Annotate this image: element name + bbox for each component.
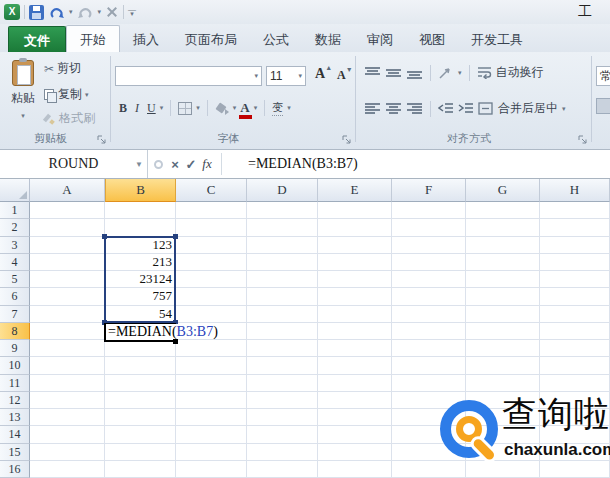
column-header-D[interactable]: D <box>247 179 318 202</box>
row-header-12[interactable]: 12 <box>0 392 30 409</box>
italic-button[interactable]: I <box>131 101 143 116</box>
cell-F11[interactable] <box>392 375 466 392</box>
cell-E11[interactable] <box>318 375 392 392</box>
cancel-button[interactable]: × <box>167 157 183 172</box>
name-box[interactable]: ROUND ▼ <box>0 150 148 178</box>
cell-A12[interactable] <box>30 392 105 409</box>
cell-G3[interactable] <box>466 237 540 254</box>
cell-D1[interactable] <box>247 202 318 219</box>
cell-E12[interactable] <box>318 392 392 409</box>
cell-B12[interactable] <box>105 392 176 409</box>
cell-C3[interactable] <box>176 237 247 254</box>
cell-D5[interactable] <box>247 271 318 288</box>
tools-icon[interactable] <box>105 5 119 19</box>
copy-button[interactable]: 复制 ▾ <box>44 86 89 103</box>
cell-F6[interactable] <box>392 288 466 305</box>
row-header-3[interactable]: 3 <box>0 237 30 254</box>
cell-A13[interactable] <box>30 409 105 426</box>
cell-A15[interactable] <box>30 444 105 461</box>
cell-B14[interactable] <box>105 426 176 443</box>
cell-B5[interactable]: 23124 <box>105 271 176 288</box>
decrease-indent-icon[interactable] <box>438 102 454 116</box>
grow-font-button[interactable]: A▲ <box>315 66 325 82</box>
cell-D12[interactable] <box>247 392 318 409</box>
cell-G9[interactable] <box>466 340 540 357</box>
row-header-16[interactable]: 16 <box>0 461 30 478</box>
cell-B13[interactable] <box>105 409 176 426</box>
cut-button[interactable]: ✂ 剪切 <box>44 60 81 77</box>
edit-cell-b8[interactable]: =MEDIAN(B3:B7) <box>104 323 176 342</box>
excel-app-icon[interactable]: X <box>4 4 20 20</box>
cell-G4[interactable] <box>466 254 540 271</box>
fill-color-button[interactable] <box>215 102 229 115</box>
orientation-dropdown-icon[interactable]: ▾ <box>458 69 462 77</box>
column-header-F[interactable]: F <box>392 179 466 202</box>
cell-B9[interactable] <box>105 340 176 357</box>
cell-D2[interactable] <box>247 219 318 236</box>
row-header-1[interactable]: 1 <box>0 202 30 219</box>
redo-button[interactable] <box>77 5 94 20</box>
cell-G11[interactable] <box>466 375 540 392</box>
cell-A9[interactable] <box>30 340 105 357</box>
align-center-icon[interactable] <box>385 102 402 116</box>
accounting-format-icon[interactable] <box>596 98 610 114</box>
borders-button[interactable] <box>178 102 192 115</box>
increase-indent-icon[interactable] <box>458 102 474 116</box>
cell-A16[interactable] <box>30 461 105 478</box>
cell-B11[interactable] <box>105 375 176 392</box>
fill-color-dropdown-icon[interactable]: ▾ <box>233 104 237 112</box>
cell-F1[interactable] <box>392 202 466 219</box>
cell-H5[interactable] <box>540 271 610 288</box>
tab-view[interactable]: 视图 <box>406 26 458 52</box>
cell-C7[interactable] <box>176 306 247 323</box>
cell-B2[interactable] <box>105 219 176 236</box>
row-header-13[interactable]: 13 <box>0 409 30 426</box>
underline-button[interactable]: U <box>147 101 156 116</box>
cell-D4[interactable] <box>247 254 318 271</box>
bold-button[interactable]: B <box>119 101 127 116</box>
row-header-11[interactable]: 11 <box>0 375 30 392</box>
alignment-dialog-launcher-icon[interactable] <box>578 135 588 145</box>
cell-B3[interactable]: 123 <box>105 237 176 254</box>
cell-C2[interactable] <box>176 219 247 236</box>
cell-D11[interactable] <box>247 375 318 392</box>
cell-A14[interactable] <box>30 426 105 443</box>
cell-E6[interactable] <box>318 288 392 305</box>
cell-E2[interactable] <box>318 219 392 236</box>
shrink-font-button[interactable]: A▼ <box>337 68 346 83</box>
cell-C16[interactable] <box>176 461 247 478</box>
row-header-2[interactable]: 2 <box>0 219 30 236</box>
cell-A5[interactable] <box>30 271 105 288</box>
cell-C4[interactable] <box>176 254 247 271</box>
cell-C13[interactable] <box>176 409 247 426</box>
cell-D15[interactable] <box>247 444 318 461</box>
format-painter-button[interactable]: 格式刷 <box>44 110 95 127</box>
cell-B4[interactable]: 213 <box>105 254 176 271</box>
cell-G10[interactable] <box>466 357 540 374</box>
cell-E14[interactable] <box>318 426 392 443</box>
cell-G2[interactable] <box>466 219 540 236</box>
cell-E5[interactable] <box>318 271 392 288</box>
row-header-8[interactable]: 8 <box>0 323 30 340</box>
cell-H10[interactable] <box>540 357 610 374</box>
cell-A1[interactable] <box>30 202 105 219</box>
wrap-text-button[interactable]: 自动换行 <box>496 64 544 81</box>
cell-E9[interactable] <box>318 340 392 357</box>
font-name-dropdown-icon[interactable]: ▾ <box>254 72 258 80</box>
paste-dropdown-icon[interactable]: ▾ <box>21 112 25 119</box>
tab-page-layout[interactable]: 页面布局 <box>172 26 250 52</box>
column-header-B[interactable]: B <box>105 179 176 202</box>
select-all-corner[interactable] <box>0 179 30 202</box>
cell-H7[interactable] <box>540 306 610 323</box>
phonetic-button[interactable]: 变 <box>272 100 283 116</box>
fill-handle[interactable] <box>173 339 178 344</box>
cell-A7[interactable] <box>30 306 105 323</box>
cell-H9[interactable] <box>540 340 610 357</box>
cell-E4[interactable] <box>318 254 392 271</box>
align-right-icon[interactable] <box>406 102 423 116</box>
underline-dropdown-icon[interactable]: ▾ <box>160 104 164 112</box>
column-header-C[interactable]: C <box>176 179 247 202</box>
cell-A11[interactable] <box>30 375 105 392</box>
cell-D8[interactable] <box>247 323 318 340</box>
cell-B16[interactable] <box>105 461 176 478</box>
